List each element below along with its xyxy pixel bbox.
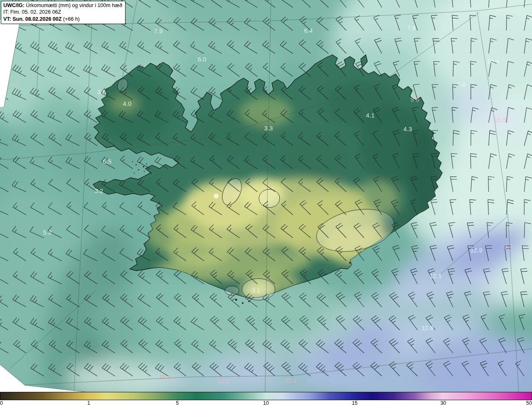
map-value-label: 10.3: [487, 58, 499, 65]
colorbar-tick: 30: [441, 400, 446, 406]
colorbar-tick: 1: [87, 400, 90, 406]
map-value-label: 7.9: [154, 27, 163, 34]
map-value-label: 12.9: [470, 247, 482, 254]
map-value-label: 6.4: [304, 27, 313, 34]
colorbar-tick-labels: 01510153050: [0, 400, 532, 406]
map-value-label: 11.3: [159, 373, 171, 380]
title-line-1: UWC/IG: Úrkomumætti (mm) og vindur i 100…: [3, 2, 122, 9]
title-line-valid-time: VT: Sun. 08.02.2026 00Z (+66 h): [3, 16, 122, 22]
map-value-label: 6.0: [198, 56, 207, 63]
map-value-label: 4.3: [404, 125, 412, 132]
title-box: UWC/IG: Úrkomumætti (mm) og vindur i 100…: [1, 1, 126, 24]
map-value-label: 6.5: [103, 158, 112, 165]
map-value-label: 9.2: [12, 81, 20, 88]
colorbar-tick: 50: [526, 400, 532, 406]
map-value-label: 5.2: [43, 229, 52, 236]
map-value-label: 7.8: [407, 24, 416, 31]
map-value-label: 11.8: [422, 324, 433, 331]
colorbar-tick: 15: [352, 400, 357, 406]
weather-map-page: { "title_box": { "model": "UWC/IG:", "su…: [0, 0, 532, 406]
map-value-label: 12.1: [429, 272, 441, 279]
map-canvas: 9.27.96.47.86.010.37.89.63.54.04.14.310.…: [0, 0, 532, 392]
map-value-label: 3.2: [95, 187, 103, 194]
precipitation-colorbar: 01510153050: [0, 392, 532, 406]
colorbar-tick: 0: [0, 400, 3, 406]
map-value-label: 3.1: [252, 287, 261, 294]
map-value-label: 4.0: [123, 100, 132, 107]
colorbar-tick: 5: [176, 400, 179, 406]
map-value-label: 3.5: [98, 88, 106, 95]
local-max-spot: [214, 194, 218, 198]
map-value-label: 3.3: [264, 125, 273, 132]
title-line-init-time: IT: Fim. 05. 02. 2026 06Z: [3, 9, 122, 15]
map-value-label: 9.3: [504, 243, 513, 250]
map-value-label: 14.0: [217, 378, 229, 385]
colorbar-tick: 10: [263, 400, 269, 406]
colorbar-gradient: [0, 392, 532, 400]
map-value-label: 11.1: [285, 377, 297, 384]
forecast-map: 9.27.96.47.86.010.37.89.63.54.04.14.310.…: [0, 0, 532, 392]
map-value-label: 7.8: [457, 81, 466, 88]
map-value-label: 10.9: [494, 116, 506, 123]
model-id: UWC/IG:: [3, 2, 25, 8]
map-value-label: 9.6: [411, 96, 419, 103]
map-value-label: 4.1: [366, 112, 375, 119]
